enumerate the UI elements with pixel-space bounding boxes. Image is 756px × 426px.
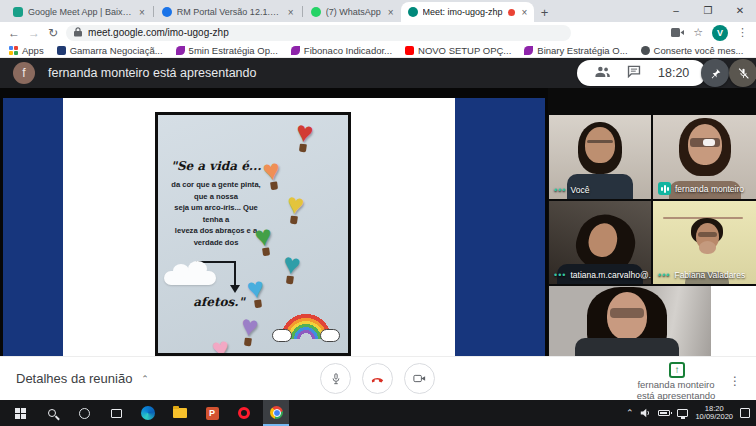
browser-toolbar: ← → ↻ meet.google.com/imo-ugog-zhp ☆ V ⋮	[0, 22, 756, 43]
participants-icon[interactable]	[594, 64, 611, 82]
audio-dots-icon: •••	[554, 271, 566, 280]
pin-button[interactable]	[701, 59, 729, 87]
site-favicon	[291, 46, 300, 55]
quote-line: que a nossa	[158, 191, 274, 203]
slide-poster: "Se a vida é... da cor que a gente pinta…	[155, 112, 351, 356]
tab-close-icon[interactable]: ×	[386, 7, 394, 18]
tray-expand-icon[interactable]: ⌃	[626, 409, 634, 418]
participant-video-unnamed[interactable]	[549, 286, 711, 356]
speaking-indicator-icon	[658, 182, 671, 195]
chat-icon[interactable]	[627, 64, 641, 82]
file-explorer-icon[interactable]	[167, 400, 193, 426]
person-torso	[575, 338, 679, 356]
participant-video-voce[interactable]: ••• Você	[549, 115, 651, 199]
paper-heart-balloon: ♥	[204, 335, 238, 356]
url-text: meet.google.com/imo-ugog-zhp	[88, 27, 229, 38]
meet-favicon	[408, 7, 418, 17]
tab-rm-portal[interactable]: RM Portal Versão 12.1.28.170 ×	[155, 2, 301, 22]
meeting-clock: 18:20	[658, 66, 689, 80]
cortana-icon[interactable]	[71, 400, 97, 426]
hang-up-button[interactable]	[362, 363, 393, 394]
reload-button[interactable]: ↻	[48, 27, 58, 39]
glasses-reflection	[703, 139, 715, 146]
tab-title: Meet: imo-ugog-zhp	[423, 7, 503, 17]
chevron-up-icon: ⌃	[141, 374, 149, 384]
apps-grid-icon	[9, 46, 18, 55]
mic-off-button[interactable]	[729, 59, 756, 87]
bookmark-gamarra[interactable]: Gamarra Negociaçã...	[57, 45, 163, 56]
audio-dots-icon: •••	[554, 186, 566, 195]
person-glasses	[587, 140, 613, 143]
bookmark-binary-estrategia[interactable]: Binary Estratégia O...	[524, 45, 627, 56]
tab-google-meet-app[interactable]: Google Meet App | Baixar Andro ×	[6, 2, 152, 22]
bookmark-conserte[interactable]: Conserte você mes...	[641, 45, 744, 56]
person-hand	[699, 241, 716, 254]
chrome-icon-active[interactable]	[263, 400, 289, 426]
paper-heart-balloon: ♥	[239, 275, 273, 310]
window-close-button[interactable]: ✕	[724, 0, 756, 22]
bookmark-fibonaco[interactable]: Fibonaco Indicador...	[291, 45, 392, 56]
volume-icon[interactable]	[640, 404, 651, 422]
participant-name: fernanda monteiro	[675, 184, 744, 194]
tab-separator	[302, 6, 303, 17]
meet-top-pill: 18:20	[577, 60, 706, 86]
microphone-button[interactable]	[320, 363, 351, 394]
presentation-menu-icon[interactable]: ⋮	[729, 374, 741, 388]
tab-close-icon[interactable]: ×	[520, 7, 528, 18]
back-button[interactable]: ←	[8, 27, 20, 39]
tab-meet-active[interactable]: Meet: imo-ugog-zhp ×	[401, 2, 535, 22]
task-view-icon[interactable]	[103, 400, 129, 426]
bookmark-novo-setup[interactable]: NOVO SETUP OPÇ...	[405, 45, 511, 56]
camera-allowed-icon[interactable]	[671, 28, 684, 37]
meeting-details-label: Detalhes da reunião	[16, 371, 132, 386]
audio-dots-icon: •••	[658, 271, 670, 280]
windows-taskbar: P ⌃ 18:20 10/09/2020	[0, 400, 756, 426]
window-minimize-button[interactable]: –	[660, 0, 692, 22]
tab-close-icon[interactable]: ×	[286, 7, 294, 18]
sidebar-white-corner	[711, 286, 756, 356]
browser-menu-icon[interactable]: ⋮	[737, 27, 748, 38]
globe-favicon	[641, 46, 650, 55]
new-tab-button[interactable]: +	[534, 2, 554, 22]
window-maximize-button[interactable]: ❐	[692, 0, 724, 22]
tab-title: Google Meet App | Baixar Andro	[28, 7, 132, 17]
person-face	[585, 127, 615, 163]
paper-heart-balloon: ♥	[232, 313, 266, 348]
address-bar[interactable]: meet.google.com/imo-ugog-zhp	[66, 25, 571, 41]
participant-video-fernanda[interactable]: fernanda monteiro	[653, 115, 756, 199]
site-favicon	[524, 46, 533, 55]
slide-white-area: "Se a vida é... da cor que a gente pinta…	[63, 98, 455, 356]
forward-button[interactable]: →	[28, 27, 40, 39]
participant-video-fabiana[interactable]: ••• Fabiana Valadares	[653, 201, 756, 284]
tab-close-icon[interactable]: ×	[137, 7, 145, 18]
profile-avatar[interactable]: V	[712, 25, 728, 41]
bookmark-star-icon[interactable]: ☆	[693, 27, 703, 38]
site-favicon	[57, 46, 66, 55]
edge-icon[interactable]	[135, 400, 161, 426]
person-glasses	[698, 232, 717, 237]
participant-label: fernanda monteiro	[658, 182, 744, 195]
site-favicon	[176, 46, 185, 55]
network-icon[interactable]	[677, 409, 688, 417]
camera-button[interactable]	[404, 363, 435, 394]
paper-heart-balloon: ♥	[287, 119, 321, 154]
battery-icon[interactable]	[658, 410, 670, 416]
powerpoint-icon[interactable]: P	[199, 400, 225, 426]
taskbar-clock[interactable]: 18:20 10/09/2020	[695, 405, 733, 422]
bookmark-label: Gamarra Negociaçã...	[70, 45, 163, 56]
action-center-icon[interactable]	[740, 408, 750, 418]
whatsapp-favicon	[311, 7, 321, 17]
participant-video-tatiana[interactable]: ••• tatiana.m.carvalho@...	[549, 201, 651, 284]
system-tray: ⌃ 18:20 10/09/2020	[626, 404, 756, 422]
bookmark-5min-estrategia[interactable]: 5min Estratégia Op...	[176, 45, 278, 56]
start-button[interactable]	[7, 400, 33, 426]
bookmark-apps[interactable]: Apps	[9, 45, 44, 56]
search-icon[interactable]	[39, 400, 65, 426]
presenter-banner-text: fernanda monteiro está apresentando	[48, 66, 256, 80]
paper-heart-balloon: ♥	[247, 223, 281, 258]
tab-whatsapp[interactable]: (7) WhatsApp ×	[304, 2, 401, 22]
paper-heart-balloon: ♥	[278, 191, 312, 226]
meeting-details-button[interactable]: Detalhes da reunião ⌃	[16, 371, 149, 386]
opera-icon[interactable]	[231, 400, 257, 426]
participant-name: Você	[570, 185, 589, 195]
